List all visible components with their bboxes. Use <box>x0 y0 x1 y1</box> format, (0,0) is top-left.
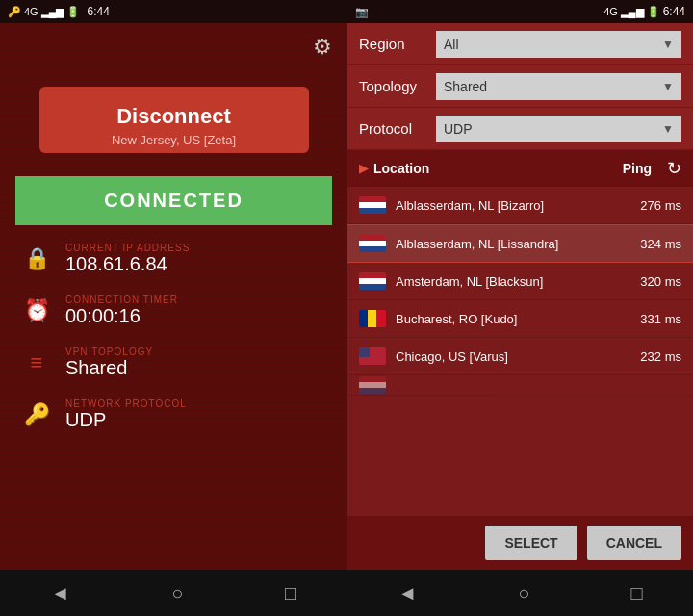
server-row[interactable]: Alblasserdam, NL [Bizarro] 276 ms <box>347 187 693 224</box>
server-name-5: Chicago, US [Varus] <box>396 349 630 364</box>
topology-select-wrapper[interactable]: Shared Dedicated ▼ <box>436 73 681 100</box>
protocol-row: 🔑 NETWORK PROTOCOL UDP <box>15 389 332 441</box>
flag-ro-1 <box>359 310 386 327</box>
server-row[interactable] <box>347 375 693 396</box>
time-right: 6:44 <box>663 5 685 18</box>
key-icon: 🔑 <box>8 6 21 18</box>
filter-section: Region All Europe Americas Asia ▼ Topolo… <box>347 23 693 150</box>
left-status-icons: 🔑 4G ▂▄▆ 🔋 6:44 <box>8 5 110 18</box>
right-status-bar: 📷 4G ▂▄▆ 🔋 6:44 <box>347 0 693 23</box>
recent-button-right[interactable]: □ <box>611 575 661 612</box>
right-panel: Region All Europe Americas Asia ▼ Topolo… <box>347 23 693 570</box>
connected-status-bar: CONNECTED <box>15 176 332 225</box>
server-ping-2: 324 ms <box>640 237 681 251</box>
notification-area: 📷 <box>355 6 369 18</box>
server-name-4: Bucharest, RO [Kudo] <box>396 312 630 326</box>
network-type-right: 4G <box>603 6 618 17</box>
info-rows: 🔒 CURRENT IP ADDRESS 108.61.6.84 ⏰ CONNE… <box>15 233 332 441</box>
home-button-right[interactable]: ○ <box>499 575 549 612</box>
server-name-3: Amsterdam, NL [Blacksun] <box>396 274 630 289</box>
signal-right: ▂▄▆ <box>621 6 644 18</box>
signal-icon: ▂▄▆ <box>41 6 64 18</box>
cancel-button[interactable]: CANCEL <box>587 526 681 560</box>
flag-partial <box>359 376 386 394</box>
flag-nl-1 <box>359 196 386 214</box>
status-bar: 🔑 4G ▂▄▆ 🔋 6:44 📷 4G ▂▄▆ 🔋 6:44 <box>0 0 693 23</box>
disconnect-subtitle: New Jersey, US [Zeta] <box>49 133 299 147</box>
key-red-icon: 🔑 <box>23 402 50 427</box>
server-row[interactable]: Bucharest, RO [Kudo] 331 ms <box>347 300 693 338</box>
server-ping-3: 320 ms <box>640 274 681 289</box>
time-left: 6:44 <box>87 5 109 18</box>
ip-label: CURRENT IP ADDRESS <box>65 243 190 253</box>
refresh-icon[interactable]: ↻ <box>667 158 681 179</box>
protocol-label: NETWORK PROTOCOL <box>65 398 187 409</box>
region-label: Region <box>359 36 436 52</box>
location-header: Location <box>373 161 429 176</box>
server-row[interactable]: Alblasserdam, NL [Lissandra] 324 ms <box>347 224 693 263</box>
disconnect-label: Disconnect <box>116 104 231 128</box>
left-panel: ⚙ Disconnect New Jersey, US [Zeta] CONNE… <box>0 23 347 570</box>
right-status-icons: 4G ▂▄▆ 🔋 6:44 <box>603 5 685 18</box>
settings-icon[interactable]: ⚙ <box>313 35 332 60</box>
left-nav: ◄ ○ □ <box>0 570 347 616</box>
server-name-2: Alblasserdam, NL [Lissandra] <box>396 237 630 251</box>
ip-value: 108.61.6.84 <box>65 253 190 275</box>
server-row[interactable]: Amsterdam, NL [Blacksun] 320 ms <box>347 263 693 300</box>
bottom-navigation: ◄ ○ □ ◄ ○ □ <box>0 570 693 616</box>
main-content: ⚙ Disconnect New Jersey, US [Zeta] CONNE… <box>0 23 693 570</box>
region-select[interactable]: All Europe Americas Asia <box>436 31 681 58</box>
server-list: Alblasserdam, NL [Bizarro] 276 ms Alblas… <box>347 187 693 516</box>
topology-filter-label: Topology <box>359 78 436 94</box>
server-ping-1: 276 ms <box>640 198 681 213</box>
region-filter-row: Region All Europe Americas Asia ▼ <box>347 23 693 65</box>
timer-label: CONNECTION TIMER <box>65 295 178 305</box>
right-nav: ◄ ○ □ <box>347 570 693 616</box>
topology-filter-row: Topology Shared Dedicated ▼ <box>347 65 693 108</box>
back-button-right[interactable]: ◄ <box>379 575 437 612</box>
back-button[interactable]: ◄ <box>32 575 90 612</box>
clock-icon: ⏰ <box>23 298 50 323</box>
server-name-1: Alblasserdam, NL [Bizarro] <box>396 198 630 213</box>
flag-nl-2 <box>359 235 386 252</box>
disconnect-button[interactable]: Disconnect New Jersey, US [Zeta] <box>39 87 309 153</box>
timer-row: ⏰ CONNECTION TIMER 00:00:16 <box>15 285 332 337</box>
protocol-filter-row: Protocol UDP TCP ▼ <box>347 108 693 150</box>
server-row[interactable]: Chicago, US [Varus] 232 ms <box>347 338 693 375</box>
server-icon: ≡ <box>23 350 50 375</box>
protocol-select[interactable]: UDP TCP <box>436 116 681 142</box>
table-header: ▶ Location Ping ↻ <box>347 150 693 187</box>
protocol-filter-label: Protocol <box>359 120 436 137</box>
flag-us-1 <box>359 347 386 365</box>
battery-right: 🔋 <box>647 6 660 18</box>
topology-select[interactable]: Shared Dedicated <box>436 73 681 100</box>
server-ping-5: 232 ms <box>640 349 681 364</box>
region-select-wrapper[interactable]: All Europe Americas Asia ▼ <box>436 31 681 58</box>
connected-text: CONNECTED <box>104 190 244 211</box>
action-buttons: SELECT CANCEL <box>347 516 693 570</box>
recent-button[interactable]: □ <box>266 575 316 612</box>
protocol-value: UDP <box>65 409 187 431</box>
battery-icon: 🔋 <box>66 6 80 18</box>
home-button[interactable]: ○ <box>152 575 202 612</box>
left-status-bar: 🔑 4G ▂▄▆ 🔋 6:44 <box>0 0 347 23</box>
ping-header: Ping <box>623 161 652 176</box>
sort-icon: ▶ <box>359 162 368 175</box>
topology-label: VPN TOPOLOGY <box>65 346 153 357</box>
protocol-select-wrapper[interactable]: UDP TCP ▼ <box>436 116 681 142</box>
select-button[interactable]: SELECT <box>485 526 577 560</box>
network-type: 4G <box>24 6 38 17</box>
flag-nl-3 <box>359 272 386 290</box>
lock-icon: 🔒 <box>23 246 50 271</box>
ip-address-row: 🔒 CURRENT IP ADDRESS 108.61.6.84 <box>15 233 332 285</box>
topology-row: ≡ VPN TOPOLOGY Shared <box>15 337 332 389</box>
server-ping-4: 331 ms <box>640 312 681 326</box>
timer-value: 00:00:16 <box>65 305 178 327</box>
topology-value: Shared <box>65 357 153 379</box>
